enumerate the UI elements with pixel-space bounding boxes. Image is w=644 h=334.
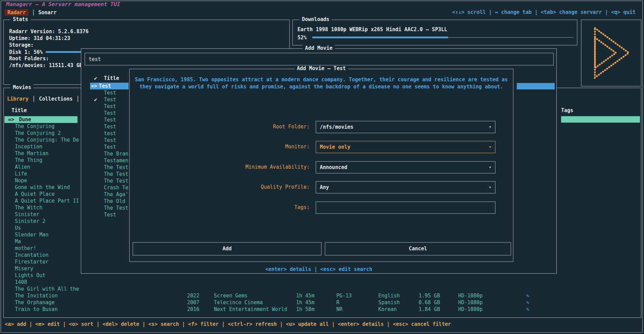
- add-movie-form: Root Folder: /nfs/movies ▾ Monitor: Movi…: [130, 69, 513, 262]
- stat-storage-label: Storage:: [9, 42, 34, 48]
- field-dropdown[interactable]: Announced ▾: [316, 161, 495, 173]
- form-field-row: Root Folder: /nfs/movies ▾: [130, 121, 513, 133]
- search-results-list: => Test Test ✔ Test: [90, 83, 129, 218]
- dropdown-arrow-icon: ▾: [489, 182, 491, 193]
- dropdown-arrow-icon: ▾: [489, 162, 491, 173]
- search-result-item[interactable]: The Bran: [90, 150, 129, 157]
- monitored-check-icon: ✔: [94, 75, 97, 81]
- search-result-item[interactable]: The Old: [90, 198, 129, 205]
- field-value: Any: [320, 182, 329, 193]
- movie-detail-row[interactable]: 2016 Next Entertainment World 1h 58m NR …: [4, 306, 641, 313]
- result-title: Test: [99, 83, 111, 89]
- movie-detail-row[interactable]: 2007 Telecinco Cinema 1h 45m R Spanish 0…: [4, 299, 641, 306]
- movie-size: 0.68 GB: [419, 299, 440, 306]
- edit-icon[interactable]: ✎: [526, 292, 529, 299]
- search-result-item[interactable]: ✔ Test: [90, 96, 129, 103]
- tab-separator: │: [32, 9, 35, 16]
- logo-panel: [581, 20, 641, 86]
- bottom-keybind-hints: <a> add | <e> edit | <o> sort | <del> de…: [5, 321, 451, 327]
- movie-studio: Screen Gems: [214, 292, 247, 299]
- movie-certification: NR: [336, 306, 342, 313]
- movie-studio: Telecinco Cinema: [214, 299, 263, 306]
- search-result-item[interactable]: The Test: [90, 205, 129, 211]
- field-value: Announced: [320, 162, 347, 173]
- search-result-item[interactable]: Test: [90, 103, 129, 110]
- result-title: Test: [104, 124, 116, 130]
- movie-quality-profile: HD-1080p: [458, 299, 483, 306]
- search-result-item[interactable]: test: [90, 130, 129, 137]
- movie-studio: Next Entertainment World: [214, 306, 287, 313]
- tab-sonarr[interactable]: Sonarr: [38, 9, 57, 16]
- result-title: The Old: [104, 198, 125, 204]
- add-movie-hints: <enter> details | <esc> edit search: [81, 266, 556, 272]
- search-result-item[interactable]: Test: [90, 137, 129, 144]
- field-dropdown[interactable]: Movie only ▾: [316, 141, 495, 153]
- stat-rootfolders-label: Root Folders:: [9, 55, 49, 62]
- field-dropdown[interactable]: [316, 202, 495, 214]
- cancel-button[interactable]: Cancel: [325, 242, 511, 255]
- result-title: The Aga': [104, 191, 128, 197]
- movie-runtime: 1h 45m: [296, 299, 314, 306]
- download-item-name: Earth 1998 1080p WEBRip x265 Hindi AAC2.…: [297, 26, 447, 33]
- search-result-item[interactable]: The Aga': [90, 191, 129, 198]
- field-label: Monitor:: [285, 144, 310, 150]
- form-field-row: Tags:: [130, 202, 513, 214]
- search-result-item[interactable]: Test: [90, 117, 129, 123]
- tab-radarr[interactable]: Radarr: [5, 9, 28, 16]
- top-keybind-hints: <↑↓> scroll | ↔ change tab | <tab> chang…: [452, 9, 636, 15]
- download-progress-bar: [312, 37, 574, 38]
- search-result-item[interactable]: Crash Te: [90, 184, 129, 191]
- search-result-item[interactable]: Test: [90, 89, 129, 96]
- movie-detail-row[interactable]: 2022 Screen Gems 1h 45m PG-13 English 1.…: [4, 292, 641, 299]
- result-title: Test: [104, 144, 116, 150]
- search-result-item[interactable]: Testamen: [90, 157, 129, 164]
- search-result-item[interactable]: The Test: [90, 178, 129, 184]
- result-title: Test: [104, 110, 116, 116]
- results-header: ✔ Title: [90, 75, 129, 82]
- servarr-tabs: Radarr │ Sonarr: [5, 8, 57, 17]
- field-label: Root Folder:: [273, 124, 310, 130]
- add-button[interactable]: Add: [133, 242, 321, 255]
- movie-quality-profile: HD-1080p: [458, 306, 483, 313]
- managarr-logo-icon: [592, 26, 632, 80]
- download-percent: 52%: [297, 34, 307, 41]
- movie-year: 2007: [187, 299, 199, 306]
- form-field-row: Minimum Availability: Announced ▾: [130, 161, 513, 173]
- result-title: Test: [104, 90, 116, 96]
- dropdown-arrow-icon: ▾: [489, 141, 491, 153]
- result-title: Test: [104, 103, 116, 109]
- result-title: Test: [104, 137, 116, 143]
- field-value: /nfs/movies: [320, 121, 353, 133]
- search-result-item[interactable]: Test: [90, 123, 129, 130]
- field-dropdown[interactable]: /nfs/movies ▾: [316, 121, 495, 133]
- results-title-header: Title: [104, 75, 119, 81]
- selection-prefix-icon: =>: [91, 83, 97, 89]
- movie-language: Spanish: [378, 299, 400, 306]
- edit-icon[interactable]: ✎: [526, 306, 529, 313]
- movie-size: 1.84 GB: [419, 306, 440, 313]
- field-value: Movie only: [320, 141, 350, 153]
- movie-runtime: 1h 58m: [296, 306, 314, 313]
- movie-language: English: [378, 292, 400, 299]
- result-title: Crash Te: [104, 185, 128, 191]
- search-result-item[interactable]: Test: [90, 110, 129, 117]
- result-title: Test: [104, 117, 116, 123]
- movie-year: 2022: [187, 292, 199, 299]
- selected-result-row-fragment: [517, 83, 555, 89]
- movie-quality-profile: HD-1080p: [458, 292, 483, 299]
- movie-certification: R: [336, 299, 339, 306]
- movie-size: 1.95 GB: [419, 292, 440, 299]
- field-label: Minimum Availability:: [245, 164, 310, 170]
- search-result-item[interactable]: Test: [90, 211, 129, 218]
- result-title: The Test: [104, 171, 128, 177]
- app-title: Managarr — A Servarr management TUI: [5, 1, 121, 7]
- field-dropdown[interactable]: Any ▾: [316, 181, 495, 193]
- search-result-item[interactable]: Test: [90, 144, 129, 150]
- stat-disk-usage: Disk 1: 56%: [9, 49, 43, 56]
- search-result-item[interactable]: => Test: [90, 83, 129, 89]
- edit-icon[interactable]: ✎: [526, 299, 529, 306]
- search-result-item[interactable]: The Test: [90, 164, 129, 171]
- add-movie-search-input[interactable]: [85, 53, 553, 65]
- downloads-panel: Downloads Earth 1998 1080p WEBRip x265 H…: [292, 20, 577, 45]
- search-result-item[interactable]: The Test: [90, 171, 129, 178]
